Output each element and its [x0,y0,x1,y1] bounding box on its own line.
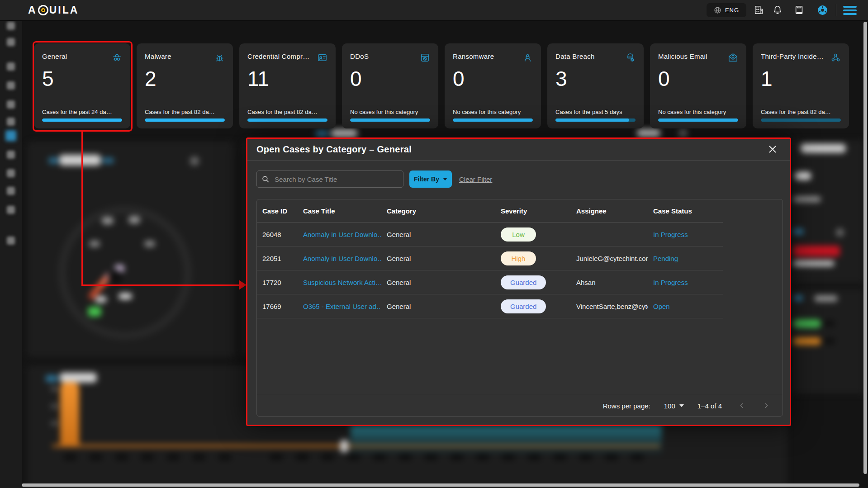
case-status-link[interactable]: Pending [648,255,723,262]
category-cards-row: General 5 Cases for the past 24 da… Malw… [34,43,849,128]
decor-blob [340,440,348,452]
category-card-ddos[interactable]: DDoS 0 No cases for this category [342,43,438,128]
decor-blob [823,320,835,327]
pagination-range: 1–4 of 4 [697,402,722,410]
sidebar-item[interactable] [7,237,15,245]
decor-blob [794,295,803,301]
sidebar-item[interactable] [7,206,15,214]
brand-q-eye-icon [38,5,48,15]
card-subtitle: Cases for the past 82 da… [761,109,831,115]
brand-part1: A [28,4,37,16]
decor-blob [190,156,199,166]
next-page-icon[interactable] [763,402,770,409]
sidebar-item[interactable] [7,81,15,90]
decor-blob [801,144,846,153]
sidebar-item[interactable] [7,100,15,109]
orange-pill [793,337,821,345]
search-input[interactable] [274,175,398,184]
decor-blob [45,375,58,382]
card-progress [658,118,738,122]
category-card-data-breach[interactable]: Data Breach 3 Cases for the past 5 days [547,43,644,128]
search-icon [261,175,270,183]
table-row: 17720 Suspicious Network Acti… General G… [257,270,723,294]
card-title: Malware [145,52,171,60]
x-tick [89,454,103,460]
previous-page-icon[interactable] [738,402,745,409]
sidebar-item[interactable] [7,22,15,30]
navbar-divider [836,4,836,16]
severity-badge: High [501,251,536,265]
decor-blob [836,228,844,237]
table-row: 26048 Anomaly in User Downlo… General Lo… [257,223,723,246]
card-title: Third-Party Incide… [761,52,824,60]
case-title-link[interactable]: Anomaly in User Downlo… [298,231,381,238]
case-id: 17720 [257,279,298,286]
sidebar-item[interactable] [7,187,15,195]
red-bar [793,246,840,256]
chevron-down-icon [443,178,447,180]
sidebar-item[interactable] [7,169,15,177]
filter-by-button[interactable]: Filter By [409,171,452,188]
case-status-link[interactable]: Open [648,303,723,310]
card-title: DDoS [350,52,369,60]
case-id: 17669 [257,303,298,310]
decor-blob [793,196,821,202]
green-pill [793,319,821,328]
case-assignee: JunieleG@cytechint.com,… [571,255,648,262]
sidebar-item[interactable] [7,151,15,159]
horizontal-scrollbar[interactable] [22,483,859,487]
book-icon[interactable] [794,5,805,16]
decor-blob [102,158,114,163]
brand-logo[interactable]: AUILA [28,0,79,20]
category-card-malware[interactable]: Malware 2 Cases for the past 82 da… [137,43,233,128]
mail-bug-icon [728,52,738,65]
decor-blob [637,129,660,137]
organization-icon[interactable] [754,5,764,16]
vertical-scrollbar[interactable] [863,22,867,474]
clear-filter-link[interactable]: Clear Filter [459,175,492,183]
sidebar-item[interactable] [7,62,15,71]
column-header: Case Title [298,207,381,215]
language-selector[interactable]: ENG [707,3,746,17]
support-ring-icon[interactable] [817,5,828,15]
case-title-link[interactable]: Suspicious Network Acti… [298,279,381,286]
column-header: Severity [495,207,571,215]
sidebar-item-active[interactable] [5,130,16,141]
decor-blob [823,338,835,344]
category-card-malicious-email[interactable]: Malicious Email 0 No cases for this cate… [650,43,746,128]
annotation-arrowhead [239,280,247,290]
category-card-third-party[interactable]: Third-Party Incide… 1 Cases for the past… [753,43,849,128]
case-title-link[interactable]: O365 - External User ad… [298,303,381,310]
case-status-link[interactable]: In Progress [648,231,723,238]
close-icon[interactable] [767,144,778,155]
chevron-down-icon [679,404,684,407]
sidebar-item[interactable] [7,38,15,46]
case-title-link[interactable]: Anomaly in User Downlo… [298,255,381,262]
card-count: 1 [761,68,841,89]
category-card-ransomware[interactable]: Ransomware 0 No cases for this category [445,43,541,128]
menu-icon[interactable] [843,6,857,15]
axis-tick [51,387,58,391]
card-title: Data Breach [555,52,595,60]
search-box[interactable] [256,171,403,188]
card-count: 2 [145,68,225,89]
decor-blob [678,129,688,137]
case-status-link[interactable]: In Progress [648,279,723,286]
category-card-credential[interactable]: Credential Compr… 11 Cases for the past … [239,43,336,128]
card-title: Credential Compr… [247,52,310,60]
x-tick [141,454,154,460]
axis-tick [51,404,58,408]
severity-badge: Low [501,227,536,242]
sidebar [0,0,22,488]
bell-icon[interactable] [773,5,783,16]
rows-per-page-select[interactable]: 100 [664,402,684,410]
decor-blob [814,295,838,302]
open-cases-modal: Open Cases by Category – General Filter … [246,137,791,426]
x-tick [295,454,309,460]
sidebar-item[interactable] [7,118,15,126]
modal-title: Open Cases by Category – General [256,144,412,155]
card-subtitle: No cases for this category [658,109,726,115]
column-header: Category [381,207,495,215]
card-progress [555,118,636,122]
card-subtitle: Cases for the past 82 da… [247,109,318,115]
